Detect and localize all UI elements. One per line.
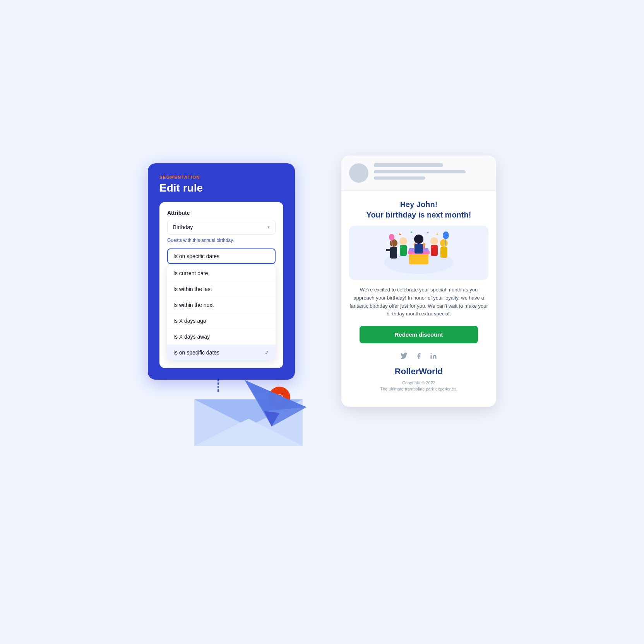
dropdown-item-x-days-away[interactable]: Is X days away (167, 329, 276, 345)
paper-plane-illustration: @ (187, 376, 310, 454)
dropdown-item-label: Is on specific dates (173, 349, 219, 356)
filter-input[interactable]: Is on specific dates (167, 248, 276, 264)
header-line-2 (374, 170, 466, 173)
rule-card: Attribute Birthday ▾ Guests with this an… (159, 202, 283, 368)
people-celebrating-svg (380, 230, 457, 276)
social-icons-row (349, 353, 488, 361)
email-body-text: We're excited to celebrate your special … (349, 286, 488, 318)
svg-point-18 (423, 243, 425, 246)
svg-point-24 (414, 235, 423, 244)
svg-rect-35 (426, 232, 429, 234)
attribute-select-value: Birthday (173, 224, 193, 230)
email-subgreeting: Your birthday is next month! (349, 211, 488, 219)
dropdown-item-within-next[interactable]: Is within the next (167, 297, 276, 313)
header-line-3 (374, 176, 425, 180)
svg-point-32 (389, 234, 394, 241)
svg-rect-20 (390, 247, 397, 259)
header-lines (374, 163, 488, 183)
copyright: Copyright © 2022 (349, 380, 488, 385)
dropdown-item-label: Is X days away (173, 334, 210, 340)
birthday-illustration (349, 226, 488, 280)
filter-dropdown: Is current date Is within the last Is wi… (167, 265, 276, 360)
svg-rect-29 (440, 247, 447, 258)
attribute-select[interactable]: Birthday ▾ (167, 220, 276, 235)
redeem-button[interactable]: Redeem discount (360, 326, 478, 343)
email-preview-panel: Hey John! Your birthday is next month! (341, 156, 496, 407)
facebook-icon (415, 353, 422, 361)
avatar (349, 163, 368, 183)
twitter-icon (401, 353, 408, 361)
linkedin-icon (430, 353, 437, 361)
svg-point-30 (443, 231, 449, 239)
edit-rule-panel: SEGMENTATION Edit rule Attribute Birthda… (148, 163, 295, 380)
header-line-1 (374, 163, 443, 167)
svg-rect-23 (400, 245, 407, 256)
svg-point-22 (399, 237, 407, 245)
brand-name: RollerWorld (349, 367, 488, 377)
dropdown-item-label: Is within the next (173, 302, 214, 308)
page-title: Edit rule (159, 182, 283, 194)
svg-rect-37 (436, 233, 438, 235)
dropdown-item-label: Is current date (173, 270, 208, 276)
segmentation-label: SEGMENTATION (159, 175, 283, 180)
guests-hint: Guests with this annual birthday. (167, 238, 276, 243)
tagline: The ultimate trampoline park experience. (349, 387, 488, 391)
chevron-down-icon: ▾ (267, 224, 270, 230)
svg-rect-10 (409, 253, 428, 264)
dropdown-item-label: Is X days ago (173, 318, 206, 324)
svg-rect-25 (414, 244, 423, 253)
svg-rect-36 (411, 231, 413, 233)
svg-rect-21 (386, 249, 391, 251)
dropdown-item-within-last[interactable]: Is within the last (167, 281, 276, 297)
scene: SEGMENTATION Edit rule Attribute Birthda… (148, 148, 496, 496)
dropdown-item-label: Is within the last (173, 286, 212, 292)
svg-rect-27 (431, 245, 438, 256)
selected-checkmark-icon: ✓ (265, 349, 269, 356)
svg-point-26 (430, 237, 438, 245)
dropdown-item-specific-dates[interactable]: Is on specific dates ✓ (167, 345, 276, 360)
illustration-area: @ (187, 376, 310, 455)
email-greeting: Hey John! (349, 200, 488, 209)
attribute-label: Attribute (167, 210, 276, 216)
email-body: Hey John! Your birthday is next month! (341, 191, 496, 407)
svg-point-28 (440, 239, 448, 247)
svg-rect-34 (399, 233, 401, 235)
dropdown-item-x-days-ago[interactable]: Is X days ago (167, 313, 276, 329)
dropdown-item-current-date[interactable]: Is current date (167, 265, 276, 281)
svg-point-38 (431, 353, 432, 355)
email-header (341, 156, 496, 191)
